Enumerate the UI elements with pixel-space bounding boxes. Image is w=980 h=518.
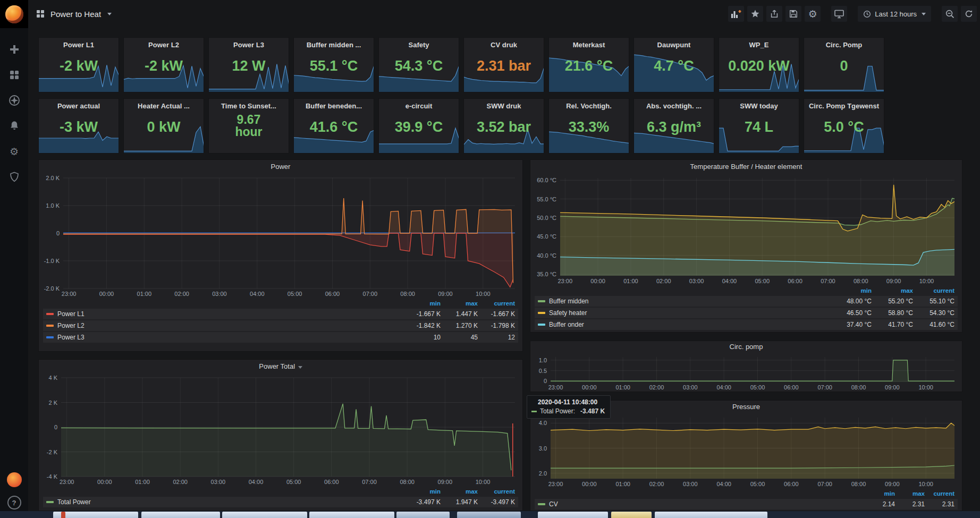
stat-panel-wp-e[interactable]: WP_E0.020 kW: [719, 37, 799, 92]
temperature-chart[interactable]: 23:0000:0001:0002:0003:0004:0005:0006:00…: [530, 174, 962, 285]
power-chart[interactable]: 23:0000:0001:0002:0003:0004:0005:0006:00…: [39, 174, 522, 298]
stat-title[interactable]: Power L3: [209, 41, 289, 49]
taskbar-item[interactable]: [611, 512, 652, 518]
stat-panel-buffer-midden[interactable]: Buffer midden ...55.1 °C: [293, 37, 374, 92]
series-swatch[interactable]: [46, 325, 54, 327]
stat-panel-e-circuit[interactable]: e-circuit39.9 °C: [378, 98, 459, 154]
stat-panel-abs-vochtigh[interactable]: Abs. vochtigh. ...6.3 g/m³: [633, 98, 714, 154]
apps-grid-icon[interactable]: [36, 9, 45, 19]
series-name[interactable]: Power L2: [57, 322, 85, 329]
legend-header-current[interactable]: current: [478, 488, 515, 495]
series-swatch[interactable]: [46, 336, 54, 338]
series-swatch[interactable]: [538, 503, 545, 505]
stat-title[interactable]: Power L1: [39, 41, 119, 49]
stat-title[interactable]: Dauwpunt: [634, 41, 714, 49]
series-swatch[interactable]: [46, 313, 54, 315]
time-range-picker[interactable]: Last 12 hours: [858, 6, 931, 22]
series-name[interactable]: Total Power: [57, 498, 91, 506]
refresh-icon[interactable]: [961, 6, 977, 22]
stat-title[interactable]: Circ. Pomp: [804, 41, 884, 49]
user-avatar[interactable]: [7, 472, 22, 487]
stat-panel-power-l1[interactable]: Power L1-2 kW: [38, 37, 119, 92]
plus-icon[interactable]: [8, 43, 21, 56]
grafana-logo[interactable]: [0, 0, 28, 28]
stat-title[interactable]: SWW druk: [464, 102, 544, 110]
stat-title[interactable]: Buffer beneden...: [294, 102, 374, 110]
cycle-view-icon[interactable]: [831, 6, 847, 22]
legend-header-min[interactable]: min: [403, 300, 441, 307]
series-name[interactable]: Power L1: [57, 310, 85, 318]
taskbar-item[interactable]: [141, 512, 220, 518]
series-swatch[interactable]: [538, 300, 545, 302]
stat-panel-sww-today[interactable]: SWW today74 L: [719, 98, 799, 154]
chevron-down-icon[interactable]: [107, 13, 112, 15]
legend-header-max[interactable]: max: [895, 490, 925, 497]
series-name[interactable]: CV: [549, 500, 558, 508]
taskbar-item[interactable]: [222, 512, 307, 518]
stat-panel-sww-druk[interactable]: SWW druk3.52 bar: [463, 98, 544, 154]
save-icon[interactable]: [785, 6, 801, 22]
share-icon[interactable]: [766, 6, 782, 22]
stat-panel-power-l2[interactable]: Power L2-2 kW: [123, 37, 204, 92]
taskbar-item[interactable]: [309, 512, 394, 518]
stat-title[interactable]: Buffer midden ...: [294, 41, 374, 49]
panel-title[interactable]: Circ. pomp: [530, 341, 962, 353]
stat-title[interactable]: Heater Actual ...: [124, 102, 204, 110]
stat-panel-rel-vochtigh[interactable]: Rel. Vochtigh.33.3%: [548, 98, 629, 154]
stat-panel-time-to-sunset[interactable]: Time to Sunset...9.67hour: [208, 98, 289, 154]
legend-header-min[interactable]: min: [403, 488, 441, 495]
stat-title[interactable]: CV druk: [464, 41, 544, 49]
series-name[interactable]: Safety heater: [549, 309, 587, 317]
taskbar-item[interactable]: [655, 512, 767, 518]
legend-header-min[interactable]: min: [865, 490, 895, 497]
taskbar-item[interactable]: [538, 512, 608, 518]
zoom-out-icon[interactable]: [942, 6, 958, 22]
legend-header-current[interactable]: current: [925, 490, 954, 497]
stat-panel-circ-pomp-tgewenst[interactable]: Circ. Pomp Tgewenst5.0 °C: [804, 98, 884, 154]
stat-panel-buffer-beneden[interactable]: Buffer beneden...41.6 °C: [293, 98, 374, 154]
dashboards-icon[interactable]: [8, 69, 21, 81]
taskbar-item[interactable]: [53, 512, 138, 518]
legend-header-max[interactable]: max: [872, 287, 913, 294]
gear-icon[interactable]: ⚙: [8, 145, 21, 158]
stat-panel-heater-actual[interactable]: Heater Actual ...0 kW: [123, 98, 204, 154]
series-name[interactable]: Buffer onder: [549, 321, 584, 328]
circ-pomp-chart[interactable]: 23:0000:0001:0002:0003:0004:0005:0006:00…: [530, 353, 962, 392]
gear-icon[interactable]: ⚙: [805, 6, 821, 22]
series-swatch[interactable]: [46, 501, 54, 503]
stat-title[interactable]: e-circuit: [379, 102, 459, 110]
stat-panel-power-actual[interactable]: Power actual-3 kW: [38, 98, 119, 154]
stat-title[interactable]: Power actual: [39, 102, 119, 110]
taskbar-item[interactable]: [457, 512, 521, 518]
taskbar[interactable]: [0, 511, 980, 518]
series-swatch[interactable]: [538, 324, 545, 326]
stat-title[interactable]: Power L2: [124, 41, 204, 49]
stat-title[interactable]: Meterkast: [549, 41, 629, 49]
series-name[interactable]: Buffer midden: [549, 298, 589, 305]
shield-icon[interactable]: [8, 171, 21, 183]
add-panel-icon[interactable]: [728, 6, 744, 22]
legend-header-min[interactable]: min: [830, 287, 872, 294]
stat-title[interactable]: WP_E: [719, 41, 799, 49]
legend-header-max[interactable]: max: [441, 488, 478, 495]
dashboard-title[interactable]: Power to Heat: [50, 10, 101, 19]
chevron-down-icon[interactable]: [298, 366, 302, 369]
stat-panel-power-l3[interactable]: Power L312 W: [208, 37, 289, 92]
stat-title[interactable]: Rel. Vochtigh.: [549, 102, 629, 110]
stat-panel-circ-pomp[interactable]: Circ. Pomp0: [804, 37, 884, 92]
stat-panel-meterkast[interactable]: Meterkast21.6 °C: [548, 37, 629, 92]
stat-title[interactable]: SWW today: [719, 102, 799, 110]
alerting-bell-icon[interactable]: [8, 120, 21, 132]
stat-title[interactable]: Time to Sunset...: [209, 102, 289, 110]
panel-title[interactable]: Temperature Buffer / Heater element: [530, 160, 962, 174]
panel-title[interactable]: Power: [39, 160, 522, 174]
stat-panel-dauwpunt[interactable]: Dauwpunt4.7 °C: [633, 37, 714, 92]
pressure-chart[interactable]: 23:0000:0001:0002:0003:0004:0005:0006:00…: [530, 413, 962, 488]
stat-panel-cv-druk[interactable]: CV druk2.31 bar: [463, 37, 544, 92]
help-icon[interactable]: ?: [7, 496, 21, 509]
series-swatch[interactable]: [538, 312, 545, 314]
legend-header-max[interactable]: max: [441, 300, 478, 307]
explore-compass-icon[interactable]: [8, 94, 21, 107]
stat-title[interactable]: Safety: [379, 41, 459, 49]
legend-header-current[interactable]: current: [478, 300, 515, 307]
